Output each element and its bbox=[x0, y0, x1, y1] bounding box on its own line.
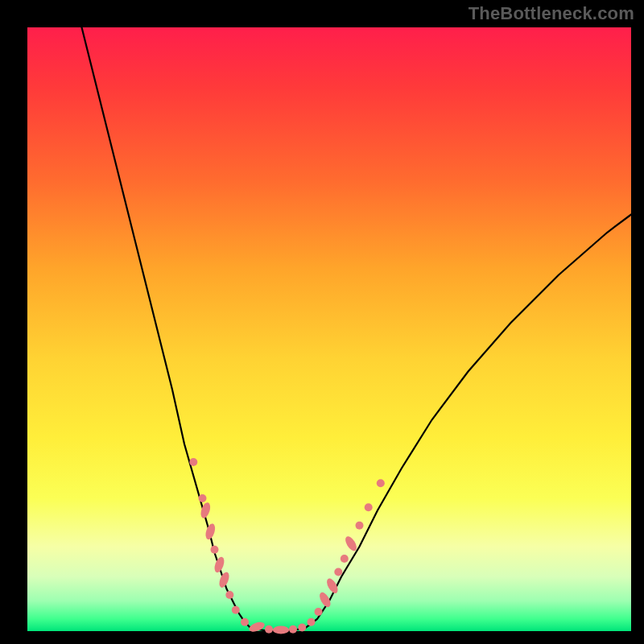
watermark-text: TheBottleneck.com bbox=[469, 3, 634, 24]
marker bbox=[356, 522, 364, 530]
marker bbox=[232, 606, 240, 614]
marker bbox=[225, 591, 233, 599]
marker bbox=[189, 458, 197, 466]
marker bbox=[315, 608, 323, 616]
marker bbox=[289, 625, 297, 634]
chart-stage: TheBottleneck.com bbox=[0, 0, 644, 644]
marker bbox=[377, 479, 385, 487]
marker bbox=[217, 571, 231, 589]
plot-area bbox=[27, 27, 631, 631]
marker bbox=[204, 522, 217, 541]
marker bbox=[341, 555, 349, 563]
left-curve bbox=[82, 27, 251, 628]
marker bbox=[213, 555, 226, 574]
series-group bbox=[82, 27, 632, 631]
chart-svg bbox=[27, 27, 631, 631]
marker bbox=[308, 618, 316, 626]
marker bbox=[265, 625, 273, 634]
markers-group bbox=[189, 458, 384, 634]
marker bbox=[199, 494, 207, 502]
right-curve bbox=[305, 215, 631, 629]
marker bbox=[211, 546, 219, 554]
marker bbox=[334, 568, 342, 576]
marker bbox=[365, 503, 373, 511]
marker bbox=[298, 624, 306, 632]
marker bbox=[241, 618, 249, 626]
marker bbox=[248, 621, 266, 634]
marker bbox=[273, 625, 289, 634]
